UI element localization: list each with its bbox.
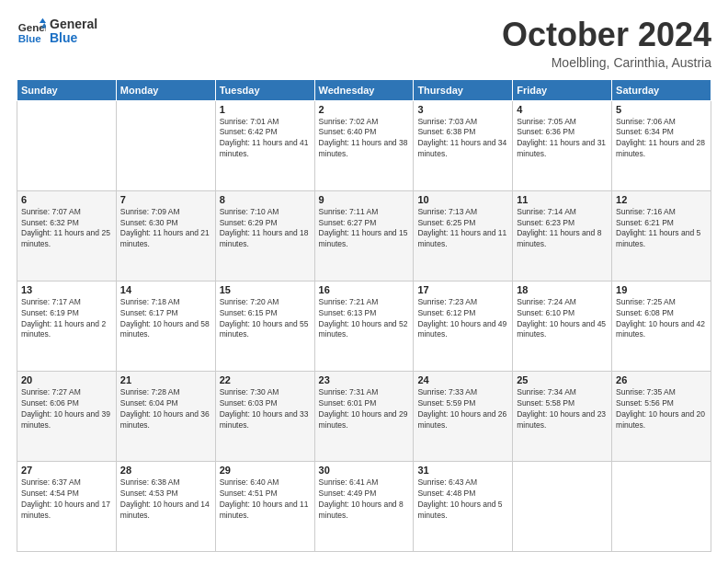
day-number: 15: [220, 284, 311, 295]
cell-info: Sunrise: 7:06 AMSunset: 6:34 PMDaylight:…: [616, 117, 707, 161]
day-number: 5: [616, 104, 707, 115]
logo-icon: General Blue: [17, 17, 46, 46]
calendar-body: 1Sunrise: 7:01 AMSunset: 6:42 PMDaylight…: [17, 100, 711, 551]
cell-info: Sunrise: 7:09 AMSunset: 6:30 PMDaylight:…: [120, 207, 211, 251]
cell-info: Sunrise: 7:28 AMSunset: 6:04 PMDaylight:…: [120, 387, 211, 431]
calendar-cell: 19Sunrise: 7:25 AMSunset: 6:08 PMDayligh…: [612, 281, 711, 371]
calendar-cell: 23Sunrise: 7:31 AMSunset: 6:01 PMDayligh…: [314, 371, 414, 461]
day-number: 7: [120, 194, 211, 205]
svg-marker-2: [40, 18, 46, 23]
cell-info: Sunrise: 7:17 AMSunset: 6:19 PMDaylight:…: [21, 297, 112, 341]
calendar-cell: 14Sunrise: 7:18 AMSunset: 6:17 PMDayligh…: [116, 281, 215, 371]
day-number: 1: [220, 104, 311, 115]
weekday-header-saturday: Saturday: [612, 79, 711, 100]
calendar-cell: 17Sunrise: 7:23 AMSunset: 6:12 PMDayligh…: [414, 281, 513, 371]
cell-info: Sunrise: 7:27 AMSunset: 6:06 PMDaylight:…: [21, 387, 112, 431]
calendar-week-4: 20Sunrise: 7:27 AMSunset: 6:06 PMDayligh…: [17, 371, 711, 461]
weekday-header-wednesday: Wednesday: [314, 79, 414, 100]
calendar-cell: 21Sunrise: 7:28 AMSunset: 6:04 PMDayligh…: [116, 371, 215, 461]
logo-line1: General: [50, 17, 97, 31]
month-title: October 2024: [502, 17, 711, 53]
day-number: 10: [417, 194, 508, 205]
cell-info: Sunrise: 6:40 AMSunset: 4:51 PMDaylight:…: [220, 477, 311, 522]
cell-info: Sunrise: 6:38 AMSunset: 4:53 PMDaylight:…: [120, 477, 211, 522]
calendar-cell: 29Sunrise: 6:40 AMSunset: 4:51 PMDayligh…: [215, 461, 314, 551]
calendar-cell: 6Sunrise: 7:07 AMSunset: 6:32 PMDaylight…: [17, 190, 117, 281]
day-number: 30: [319, 465, 410, 476]
cell-info: Sunrise: 7:24 AMSunset: 6:10 PMDaylight:…: [517, 297, 608, 341]
calendar-cell: 27Sunrise: 6:37 AMSunset: 4:54 PMDayligh…: [17, 461, 117, 551]
calendar-cell: 18Sunrise: 7:24 AMSunset: 6:10 PMDayligh…: [513, 281, 612, 371]
day-number: 4: [517, 104, 608, 115]
calendar-cell: [17, 100, 117, 190]
day-number: 27: [21, 465, 112, 476]
cell-info: Sunrise: 7:16 AMSunset: 6:21 PMDaylight:…: [616, 207, 707, 251]
day-number: 6: [21, 194, 112, 205]
logo: General Blue General Blue: [17, 17, 97, 46]
cell-info: Sunrise: 7:35 AMSunset: 5:56 PMDaylight:…: [616, 387, 707, 431]
day-number: 3: [417, 104, 508, 115]
calendar-cell: 20Sunrise: 7:27 AMSunset: 6:06 PMDayligh…: [17, 371, 117, 461]
day-number: 23: [319, 374, 410, 385]
day-number: 17: [417, 284, 508, 295]
calendar-cell: 15Sunrise: 7:20 AMSunset: 6:15 PMDayligh…: [215, 281, 314, 371]
calendar-cell: 7Sunrise: 7:09 AMSunset: 6:30 PMDaylight…: [116, 190, 215, 281]
day-number: 8: [220, 194, 311, 205]
title-block: October 2024 Moelbling, Carinthia, Austr…: [502, 17, 711, 70]
day-number: 13: [21, 284, 112, 295]
cell-info: Sunrise: 6:41 AMSunset: 4:49 PMDaylight:…: [319, 477, 410, 522]
calendar-cell: 12Sunrise: 7:16 AMSunset: 6:21 PMDayligh…: [612, 190, 711, 281]
svg-text:Blue: Blue: [18, 33, 42, 44]
calendar-cell: [513, 461, 612, 551]
calendar-cell: 2Sunrise: 7:02 AMSunset: 6:40 PMDaylight…: [314, 100, 414, 190]
calendar-cell: 9Sunrise: 7:11 AMSunset: 6:27 PMDaylight…: [314, 190, 414, 281]
day-number: 28: [120, 465, 211, 476]
weekday-header-friday: Friday: [513, 79, 612, 100]
cell-info: Sunrise: 7:25 AMSunset: 6:08 PMDaylight:…: [616, 297, 707, 341]
day-number: 19: [616, 284, 707, 295]
cell-info: Sunrise: 7:13 AMSunset: 6:25 PMDaylight:…: [417, 207, 508, 251]
calendar-cell: 11Sunrise: 7:14 AMSunset: 6:23 PMDayligh…: [513, 190, 612, 281]
calendar-week-5: 27Sunrise: 6:37 AMSunset: 4:54 PMDayligh…: [17, 461, 711, 551]
calendar-cell: 26Sunrise: 7:35 AMSunset: 5:56 PMDayligh…: [612, 371, 711, 461]
day-number: 20: [21, 374, 112, 385]
calendar-cell: 31Sunrise: 6:43 AMSunset: 4:48 PMDayligh…: [414, 461, 513, 551]
calendar-cell: 22Sunrise: 7:30 AMSunset: 6:03 PMDayligh…: [215, 371, 314, 461]
cell-info: Sunrise: 7:02 AMSunset: 6:40 PMDaylight:…: [319, 117, 410, 161]
calendar-cell: 8Sunrise: 7:10 AMSunset: 6:29 PMDaylight…: [215, 190, 314, 281]
weekday-header-tuesday: Tuesday: [215, 79, 314, 100]
day-number: 21: [120, 374, 211, 385]
cell-info: Sunrise: 7:10 AMSunset: 6:29 PMDaylight:…: [220, 207, 311, 251]
cell-info: Sunrise: 7:14 AMSunset: 6:23 PMDaylight:…: [517, 207, 608, 251]
logo-line2: Blue: [50, 31, 97, 45]
calendar-cell: 13Sunrise: 7:17 AMSunset: 6:19 PMDayligh…: [17, 281, 117, 371]
cell-info: Sunrise: 7:30 AMSunset: 6:03 PMDaylight:…: [220, 387, 311, 431]
calendar-cell: 10Sunrise: 7:13 AMSunset: 6:25 PMDayligh…: [414, 190, 513, 281]
calendar-week-1: 1Sunrise: 7:01 AMSunset: 6:42 PMDaylight…: [17, 100, 711, 190]
day-number: 12: [616, 194, 707, 205]
cell-info: Sunrise: 7:34 AMSunset: 5:58 PMDaylight:…: [517, 387, 608, 431]
cell-info: Sunrise: 7:01 AMSunset: 6:42 PMDaylight:…: [220, 117, 311, 161]
cell-info: Sunrise: 7:23 AMSunset: 6:12 PMDaylight:…: [417, 297, 508, 341]
day-number: 11: [517, 194, 608, 205]
cell-info: Sunrise: 7:18 AMSunset: 6:17 PMDaylight:…: [120, 297, 211, 341]
day-number: 16: [319, 284, 410, 295]
calendar-cell: 1Sunrise: 7:01 AMSunset: 6:42 PMDaylight…: [215, 100, 314, 190]
cell-info: Sunrise: 7:31 AMSunset: 6:01 PMDaylight:…: [319, 387, 410, 431]
day-number: 29: [220, 465, 311, 476]
cell-info: Sunrise: 7:07 AMSunset: 6:32 PMDaylight:…: [21, 207, 112, 251]
calendar-cell: 28Sunrise: 6:38 AMSunset: 4:53 PMDayligh…: [116, 461, 215, 551]
weekday-header-monday: Monday: [116, 79, 215, 100]
cell-info: Sunrise: 7:11 AMSunset: 6:27 PMDaylight:…: [319, 207, 410, 251]
day-number: 22: [220, 374, 311, 385]
day-number: 2: [319, 104, 410, 115]
calendar-cell: 30Sunrise: 6:41 AMSunset: 4:49 PMDayligh…: [314, 461, 414, 551]
calendar-week-2: 6Sunrise: 7:07 AMSunset: 6:32 PMDaylight…: [17, 190, 711, 281]
cell-info: Sunrise: 7:03 AMSunset: 6:38 PMDaylight:…: [417, 117, 508, 161]
day-number: 9: [319, 194, 410, 205]
cell-info: Sunrise: 7:33 AMSunset: 5:59 PMDaylight:…: [417, 387, 508, 431]
calendar-table: SundayMondayTuesdayWednesdayThursdayFrid…: [17, 79, 711, 552]
calendar-cell: 24Sunrise: 7:33 AMSunset: 5:59 PMDayligh…: [414, 371, 513, 461]
cell-info: Sunrise: 6:43 AMSunset: 4:48 PMDaylight:…: [417, 477, 508, 522]
calendar-cell: [612, 461, 711, 551]
